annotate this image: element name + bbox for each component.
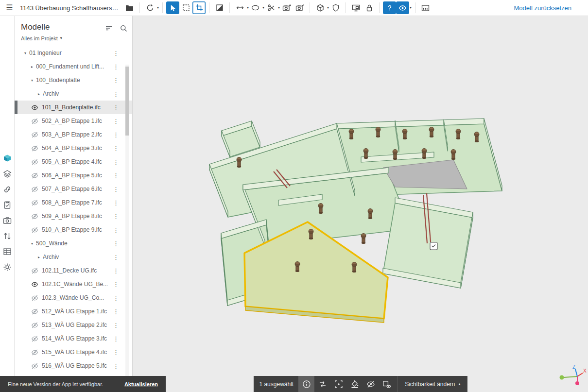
gizmo-x-label[interactable]: X [583,368,587,374]
model-tree-row[interactable]: 102.11_Decke UG.ifc ⋮ [15,264,132,277]
details-button[interactable] [298,376,314,392]
project-folder-button[interactable] [123,1,136,14]
panel-scrollbar[interactable] [125,65,129,392]
model-tree-row[interactable]: 504_A_BP Etappe 3.ifc ⋮ [15,141,132,155]
model-tree-row[interactable]: 515_WÄ UG Etappe 4.ifc ⋮ [15,345,132,359]
scope-filter-dropdown[interactable]: Alles im Projekt ▾ [21,35,126,41]
rail-hierarchy-tab[interactable] [2,232,13,240]
sort-icon[interactable] [105,25,113,34]
model-tree-row[interactable]: ▾ 500_Wände ⋮ [15,237,132,250]
visibility-toggle-icon[interactable] [31,268,38,274]
model-tree-row[interactable]: ▾ 100_Bodenplatte ⋮ [15,73,132,87]
model-tree-row[interactable]: 102.3_Wände UG_Co... ⋮ [15,291,132,305]
render-grid-button[interactable] [419,1,432,14]
search-icon[interactable] [120,25,127,34]
visibility-toggle-icon[interactable] [31,322,38,328]
row-menu-icon[interactable]: ⋮ [113,349,118,356]
visibility-toggle-icon[interactable] [31,132,38,138]
row-menu-icon[interactable]: ⋮ [113,267,118,274]
visibility-modes-button[interactable] [396,1,409,14]
model-tree-row[interactable]: 514_WÄ UG Etappe 3.ifc ⋮ [15,332,132,345]
visibility-toggle-icon[interactable] [31,213,38,220]
cut-tool-button[interactable] [264,1,277,14]
expander-icon[interactable]: ▾ [29,241,35,246]
expander-icon[interactable]: ▸ [36,92,42,96]
visibility-toggle-icon[interactable] [31,159,38,165]
measure-tool-button[interactable] [233,1,246,14]
model-tree-row[interactable]: 508_A_BP Etappe 7.ifc ⋮ [15,196,132,209]
visibility-toggle-icon[interactable] [31,104,38,111]
model-tree-row[interactable]: 513_WÄ UG Etappe 2.ifc ⋮ [15,318,132,332]
scrollbar-thumb[interactable] [125,67,129,136]
clip-section-button[interactable] [192,1,206,14]
visibility-toggle-icon[interactable] [31,336,38,342]
row-menu-icon[interactable]: ⋮ [113,104,118,111]
row-menu-icon[interactable]: ⋮ [113,186,118,193]
camera-check-button[interactable] [293,1,306,14]
menu-button[interactable]: ☰ [3,1,16,14]
model-tree-row[interactable]: 503_A_BP Etappe 2.ifc ⋮ [15,128,132,141]
visibility-toggle-icon[interactable] [31,118,38,124]
marquee-select-button[interactable] [179,1,192,14]
visibility-toggle-icon[interactable] [31,295,38,301]
select-tool-button[interactable] [166,1,179,14]
rail-table-tab[interactable] [2,247,13,256]
rail-layers-tab[interactable] [2,170,13,178]
gizmo-y-handle[interactable] [560,375,564,380]
row-menu-icon[interactable]: ⋮ [113,77,118,84]
reset-model-link[interactable]: Modell zurücksetzen [514,4,572,12]
gizmo-origin-handle[interactable] [575,381,579,385]
visibility-toggle-icon[interactable] [31,363,38,369]
markup-ellipse-button[interactable] [249,1,262,14]
rotate-view-button[interactable] [143,1,156,14]
model-tree-row[interactable]: 510_A_BP Etappe 9.ifc ⋮ [15,223,132,237]
presentation-button[interactable] [349,1,363,14]
model-tree-row[interactable]: 505_A_BP Etappe 4.ifc ⋮ [15,155,132,169]
model-tree-row[interactable]: 506_A_BP Etappe 5.ifc ⋮ [15,169,132,182]
model-3d-view[interactable] [133,16,588,392]
rail-todo-tab[interactable] [2,201,13,209]
gizmo-z-label[interactable]: Z [572,364,575,370]
zoom-to-selection-button[interactable] [330,376,346,392]
lock-button[interactable] [363,1,376,14]
model-tree-row[interactable]: ▸ Archiv ⋮ [15,250,132,264]
update-action-link[interactable]: Aktualisieren [124,381,158,387]
row-menu-icon[interactable]: ⋮ [113,254,118,261]
expander-icon[interactable]: ▸ [36,255,42,259]
row-menu-icon[interactable]: ⋮ [113,213,118,220]
isolate-button[interactable] [379,376,395,392]
row-menu-icon[interactable]: ⋮ [113,335,118,342]
row-menu-icon[interactable]: ⋮ [113,322,118,329]
rail-settings-tab[interactable] [2,263,13,272]
model-tree-row[interactable]: 101_B_Bodenplatte.ifc ⋮ [15,101,132,114]
model-tree-row[interactable]: 502_A_BP Etappe 1.ifc ⋮ [15,114,132,128]
visibility-toggle-icon[interactable] [31,349,38,356]
row-menu-icon[interactable]: ⋮ [113,240,118,247]
chevron-down-icon[interactable]: ▾ [410,6,412,10]
visibility-toggle-icon[interactable] [31,172,38,179]
model-tree-row[interactable]: ▾ 01 Ingenieur ⋮ [15,46,132,60]
model-tree-row[interactable]: 516_WÄ UG Etappe 5.ifc ⋮ [15,359,132,373]
row-menu-icon[interactable]: ⋮ [113,199,118,206]
row-menu-icon[interactable]: ⋮ [113,90,118,98]
row-menu-icon[interactable]: ⋮ [113,362,118,370]
chevron-down-icon[interactable]: ▾ [157,6,159,10]
model-tree-row[interactable]: 509_A_BP Etappe 8.ifc ⋮ [15,209,132,223]
ghost-mode-button[interactable] [213,1,226,14]
row-menu-icon[interactable]: ⋮ [113,63,118,70]
colorize-button[interactable] [346,376,363,392]
help-button[interactable] [383,1,396,14]
viewport-3d[interactable]: 1 ausgewählt Sichtbarkeit ändern ▴ X Z [133,16,588,392]
expander-icon[interactable]: ▾ [29,78,35,83]
capture-view-button[interactable] [280,1,293,14]
visibility-toggle-icon[interactable] [31,186,38,192]
row-menu-icon[interactable]: ⋮ [113,50,118,57]
row-menu-icon[interactable]: ⋮ [113,131,118,138]
row-menu-icon[interactable]: ⋮ [113,145,118,152]
hide-selection-button[interactable] [363,376,379,392]
row-menu-icon[interactable]: ⋮ [113,118,118,125]
expander-icon[interactable]: ▸ [29,65,35,69]
shield-button[interactable] [329,1,342,14]
row-menu-icon[interactable]: ⋮ [113,281,118,288]
visibility-toggle-icon[interactable] [31,145,38,152]
